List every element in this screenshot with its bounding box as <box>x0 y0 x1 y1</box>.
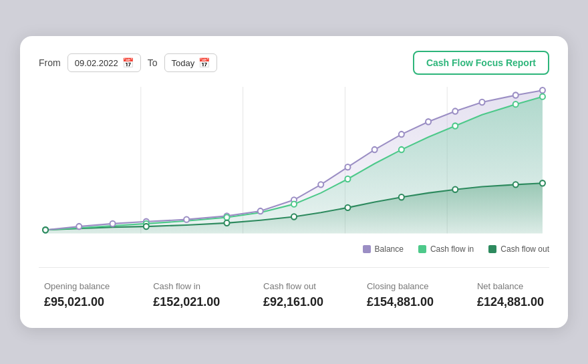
legend-balance-label: Balance <box>375 244 404 254</box>
svg-point-30 <box>43 227 48 232</box>
svg-point-28 <box>513 102 519 107</box>
legend-cashout-label: Cash flow out <box>500 244 549 254</box>
from-date-value: 09.02.2022 <box>75 58 118 68</box>
chart-area <box>39 87 549 240</box>
svg-point-26 <box>399 147 404 152</box>
chart-legend: Balance Cash flow in Cash flow out <box>39 244 549 254</box>
main-card: From 09.02.2022 📅 To Today 📅 Cash Flow F… <box>20 36 568 328</box>
svg-point-6 <box>110 221 116 226</box>
chart-svg <box>39 87 549 240</box>
stat-opening-balance: Opening balance £95,021.00 <box>44 281 110 309</box>
stat-net-balance: Net balance £124,881.00 <box>477 281 544 309</box>
svg-point-29 <box>540 94 545 99</box>
to-date-value: Today <box>172 58 195 68</box>
legend-cashout-dot <box>488 245 496 253</box>
svg-point-31 <box>144 224 149 229</box>
svg-point-16 <box>426 119 431 124</box>
stat-cash-flow-out: Cash flow out £92,161.00 <box>263 281 323 309</box>
svg-point-20 <box>540 87 545 93</box>
svg-point-8 <box>184 216 189 222</box>
stat-closing-balance-value: £154,881.00 <box>367 295 434 309</box>
svg-point-23 <box>224 214 229 220</box>
report-button[interactable]: Cash Flow Focus Report <box>413 51 549 75</box>
svg-point-35 <box>399 194 404 200</box>
stat-cash-flow-in: Cash flow in £152,021.00 <box>153 281 220 309</box>
stat-net-balance-value: £124,881.00 <box>477 295 544 309</box>
stat-opening-balance-label: Opening balance <box>44 281 110 291</box>
to-label: To <box>148 57 158 68</box>
svg-point-18 <box>479 100 484 105</box>
legend-balance-dot <box>363 245 371 253</box>
stat-cash-flow-out-value: £92,161.00 <box>263 295 323 309</box>
svg-point-27 <box>452 123 458 128</box>
legend-cashin-label: Cash flow in <box>430 244 474 254</box>
legend-balance: Balance <box>363 244 404 254</box>
svg-point-15 <box>399 132 404 137</box>
svg-point-5 <box>76 224 82 229</box>
svg-point-17 <box>452 108 458 114</box>
from-label: From <box>39 57 61 68</box>
from-date-input[interactable]: 09.02.2022 📅 <box>67 53 141 72</box>
svg-point-14 <box>372 147 378 152</box>
svg-point-36 <box>452 187 458 192</box>
legend-cashin-dot <box>418 245 426 253</box>
svg-point-38 <box>540 180 545 186</box>
stat-cash-flow-out-label: Cash flow out <box>263 281 323 291</box>
to-date-input[interactable]: Today 📅 <box>164 53 218 72</box>
svg-point-10 <box>258 208 263 214</box>
svg-point-25 <box>345 176 350 182</box>
legend-cashout: Cash flow out <box>488 244 549 254</box>
svg-point-34 <box>345 205 350 210</box>
stats-row: Opening balance £95,021.00 Cash flow in … <box>39 281 549 309</box>
svg-point-19 <box>513 92 519 98</box>
toolbar: From 09.02.2022 📅 To Today 📅 Cash Flow F… <box>39 51 549 75</box>
svg-point-12 <box>318 182 323 187</box>
stat-cash-flow-in-label: Cash flow in <box>153 281 220 291</box>
svg-point-37 <box>513 182 519 187</box>
stat-closing-balance-label: Closing balance <box>367 281 434 291</box>
svg-point-33 <box>291 214 297 219</box>
svg-point-13 <box>345 164 350 170</box>
stat-cash-flow-in-value: £152,021.00 <box>153 295 220 309</box>
stat-net-balance-label: Net balance <box>477 281 544 291</box>
legend-cashin: Cash flow in <box>418 244 474 254</box>
stat-closing-balance: Closing balance £154,881.00 <box>367 281 434 309</box>
to-calendar-icon: 📅 <box>198 57 210 68</box>
stat-opening-balance-value: £95,021.00 <box>44 295 110 309</box>
svg-point-24 <box>291 201 297 206</box>
svg-point-32 <box>224 220 229 226</box>
divider <box>39 267 549 268</box>
from-calendar-icon: 📅 <box>122 57 134 68</box>
